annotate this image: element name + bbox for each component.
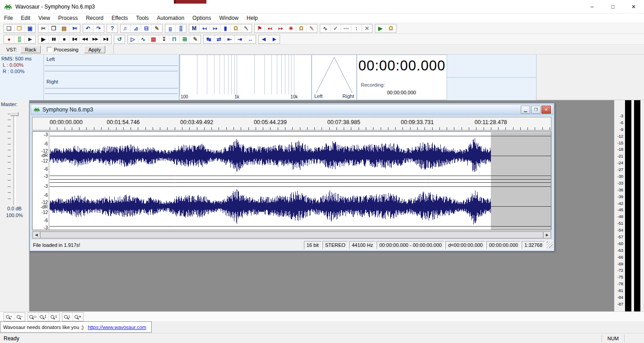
cursor-to-previous-button[interactable]: ◀ (259, 35, 269, 43)
about-button[interactable]: ? (107, 24, 117, 32)
more-options-button[interactable]: ⋯ (341, 24, 351, 32)
document-restore-button[interactable]: ❐ (531, 106, 541, 114)
pen-edit-button[interactable]: ✎ (190, 35, 201, 43)
document-titlebar[interactable]: Symphony No.6.mp3 ▁ ❐ ✕ (31, 104, 553, 115)
master-slider-track[interactable] (14, 113, 16, 205)
menu-item-edit[interactable]: Edit (17, 14, 34, 22)
menu-item-effects[interactable]: Effects (107, 14, 132, 22)
menu-item-record[interactable]: Record (82, 14, 107, 22)
menu-item-view[interactable]: View (34, 14, 54, 22)
go-to-start-button[interactable]: ▮◀ (70, 35, 80, 43)
snap-zero-crossing-button[interactable]: ↔ (245, 35, 256, 43)
pause-button[interactable]: ▮▮ (49, 35, 59, 43)
loop-point-next-button[interactable]: ↦ (275, 24, 286, 32)
marker-next-button[interactable]: ↦ (210, 24, 220, 32)
loop-point-lock-button[interactable]: Ω (296, 24, 307, 32)
loop-point-previous-button[interactable]: ↤ (265, 24, 275, 32)
window-close-button[interactable]: ✕ (623, 0, 644, 14)
snap-to-end-button[interactable]: ⇥ (235, 35, 245, 43)
marker-insert-button[interactable]: M (189, 24, 200, 32)
analysis-play-button[interactable]: ▷ (128, 35, 138, 43)
marker-lock-button[interactable]: Ω (231, 24, 241, 32)
record-pause-button[interactable]: ⣿ (14, 35, 25, 43)
scroll-right-button[interactable]: ▶ (543, 232, 551, 238)
scroll-left-button[interactable]: ◀ (33, 232, 40, 238)
waveform-view[interactable]: -3-6-12-dR-12-6-3-3-6-12-dR-12-6-3 (32, 131, 551, 230)
menu-item-window[interactable]: Window (215, 14, 243, 22)
zoom-vertical-out-button[interactable]: ↧ (49, 313, 59, 321)
new-file-button[interactable]: ❏ (4, 24, 14, 32)
master-slider-thumb[interactable] (10, 112, 19, 116)
record-button[interactable]: ● (4, 35, 14, 43)
loop-playback-button[interactable]: ↺ (114, 35, 125, 43)
zoom-all-button[interactable]: ∗ (73, 313, 83, 321)
window-maximize-button[interactable]: □ (602, 0, 623, 14)
play-button[interactable]: ▶ (38, 35, 49, 43)
statistics-button[interactable]: ∿ (138, 35, 149, 43)
remove-tool-button[interactable]: ✕ (362, 24, 372, 32)
fade-button[interactable]: ⊿ (131, 24, 141, 32)
vst-apply-button[interactable]: Apply (84, 46, 106, 53)
marker-play-button[interactable]: ▮ (220, 24, 231, 32)
filter-view-button[interactable]: ⊓ (169, 35, 180, 43)
undo-button[interactable]: ↶ (83, 24, 93, 32)
vst-play-button[interactable]: ▶ (375, 24, 386, 32)
volume-button[interactable]: ♬ (121, 24, 131, 32)
selection-shrink-button[interactable]: ↹ (204, 35, 214, 43)
record-insert-button[interactable]: ▶ (25, 35, 35, 43)
loop-point-insert-button[interactable]: ⚑ (255, 24, 265, 32)
fit-amplitude-button[interactable]: ↧ (159, 35, 169, 43)
play-from-cursor-button[interactable]: ▶ (269, 35, 280, 43)
go-to-end-button[interactable]: ▶▮ (101, 35, 111, 43)
trim-button[interactable]: ✄ (70, 24, 80, 32)
validate-tool-button[interactable]: ✓ (331, 24, 341, 32)
loop-tool-a-button[interactable]: ⣶ (165, 24, 176, 32)
menu-item-help[interactable]: Help (243, 14, 262, 22)
loop-point-burst-button[interactable]: ✳ (286, 24, 296, 32)
loop-point-delete-button[interactable]: ␡ (307, 24, 317, 32)
stop-button[interactable]: ■ (59, 35, 70, 43)
menu-item-file[interactable]: File (0, 14, 17, 22)
scrollbar-thumb[interactable] (40, 232, 543, 238)
zoom-out-button[interactable]: − (14, 313, 25, 321)
grid-view-button[interactable]: ⊞ (180, 35, 190, 43)
levels-button[interactable]: ⊟ (141, 24, 152, 32)
timeline-ruler[interactable]: 00:00:00.00000:01:54.74600:03:49.49200:0… (32, 117, 551, 130)
toolbar-group: ↶↷ (83, 24, 104, 33)
menu-item-process[interactable]: Process (54, 14, 82, 22)
zoom-one-to-one-button[interactable]: 1 (62, 313, 73, 321)
redo-button[interactable]: ↷ (93, 24, 104, 32)
resize-grip[interactable] (546, 241, 553, 248)
loop-tool-b-button[interactable]: ⣿ (176, 24, 186, 32)
document-close-button[interactable]: ✕ (541, 106, 551, 114)
rewind-button[interactable]: ◀◀ (80, 35, 90, 43)
zoom-vertical-in-button[interactable]: ↥ (38, 313, 49, 321)
copy-button[interactable]: ❐ (49, 24, 59, 32)
error-report-button[interactable]: ▤ (149, 35, 159, 43)
horizontal-scrollbar[interactable]: ◀ ▶ (32, 231, 551, 239)
window-minimize-button[interactable]: – (582, 0, 602, 14)
menu-item-options[interactable]: Options (188, 14, 215, 22)
zoom-selection-button[interactable]: ▭ (28, 313, 38, 321)
vst-rack-button[interactable]: Rack (20, 46, 41, 53)
processing-checkbox[interactable] (47, 47, 52, 52)
vertical-fit-button[interactable]: ↕ (351, 24, 362, 32)
selection-extend-button[interactable]: ⇄ (214, 35, 224, 43)
snap-to-start-button[interactable]: ⇤ (224, 35, 235, 43)
waveform-canvas[interactable] (50, 132, 551, 230)
document-minimize-button[interactable]: ▁ (521, 106, 530, 114)
fast-forward-button[interactable]: ▶▶ (90, 35, 101, 43)
menu-item-automation[interactable]: Automation (153, 14, 188, 22)
vst-bypass-lock-button[interactable]: Ω (386, 24, 396, 32)
menu-item-tools[interactable]: Tools (132, 14, 153, 22)
pen-gain-button[interactable]: ✎ (152, 24, 162, 32)
donation-link[interactable]: https://www.wavosaur.com (88, 324, 146, 330)
zoom-in-button[interactable]: + (4, 313, 14, 321)
open-file-button[interactable]: ❒ (14, 24, 25, 32)
cut-button[interactable]: ✂ (38, 24, 49, 32)
save-file-button[interactable]: ▣ (25, 24, 35, 32)
paste-button[interactable]: ▤ (59, 24, 70, 32)
marker-delete-button[interactable]: ␡ (241, 24, 252, 32)
marker-previous-button[interactable]: ↤ (200, 24, 210, 32)
draw-tool-button[interactable]: ∿ (320, 24, 331, 32)
